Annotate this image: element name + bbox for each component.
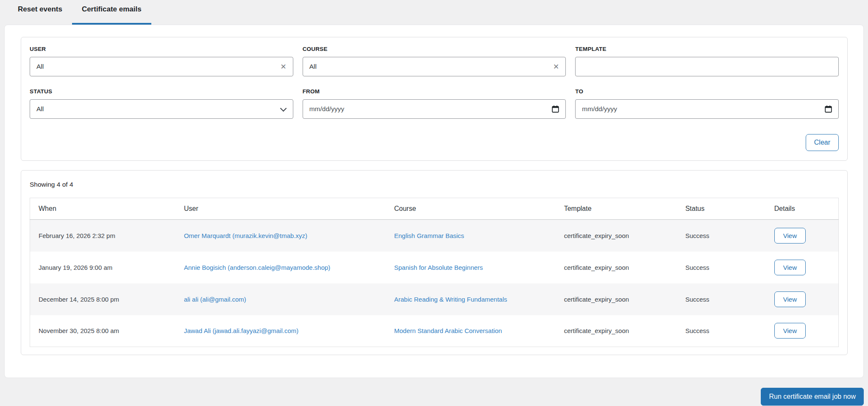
column-header-status: Status: [677, 198, 766, 220]
cell-when: February 16, 2026 2:32 pm: [30, 220, 175, 252]
cell-user: Jawad Ali (jawad.ali.fayyazi@gmail.com): [175, 315, 386, 347]
cell-template: certificate_expiry_soon: [556, 252, 677, 283]
results-summary: Showing 4 of 4: [30, 181, 839, 188]
cell-when: November 30, 2025 8:00 am: [30, 315, 175, 347]
cell-user: ali ali (ali@gmail.com): [175, 283, 386, 315]
filter-field-from: FROM mm/dd/yyyy: [303, 88, 566, 119]
filter-field-template: TEMPLATE: [575, 46, 839, 76]
user-link[interactable]: Annie Bogisich (anderson.caleig@mayamode…: [184, 264, 330, 271]
view-button[interactable]: View: [774, 260, 806, 275]
run-certificate-email-job-button[interactable]: Run certificate email job now: [761, 388, 864, 406]
column-header-course: Course: [386, 198, 556, 220]
cell-details: View: [766, 220, 839, 252]
cell-course: Modern Standard Arabic Conversation: [386, 315, 556, 347]
table-row: February 16, 2026 2:32 pmOmer Marquardt …: [30, 220, 839, 252]
calendar-icon[interactable]: [825, 105, 832, 113]
status-label: STATUS: [30, 88, 293, 95]
status-select[interactable]: All: [30, 99, 293, 119]
cell-course: Arabic Reading & Writing Fundamentals: [386, 283, 556, 315]
template-label: TEMPLATE: [575, 46, 839, 52]
cell-template: certificate_expiry_soon: [556, 315, 677, 347]
cell-when: December 14, 2025 8:00 pm: [30, 283, 175, 315]
view-button[interactable]: View: [774, 228, 806, 244]
results-panel: Showing 4 of 4 WhenUserCourseTemplateSta…: [21, 170, 848, 355]
column-header-template: Template: [556, 198, 677, 220]
table-row: January 19, 2026 9:00 amAnnie Bogisich (…: [30, 252, 839, 283]
cell-status: Success: [677, 283, 766, 315]
course-input[interactable]: All ✕: [303, 57, 566, 76]
user-input[interactable]: All ✕: [30, 57, 293, 76]
chevron-down-icon: [280, 105, 287, 112]
tab-certificate-emails[interactable]: Certificate emails: [72, 0, 151, 25]
course-label: COURSE: [303, 46, 566, 52]
column-header-details: Details: [766, 198, 839, 220]
filter-panel: USER All ✕ COURSE All ✕ TEMPLATE: [21, 37, 848, 161]
tab-reset-events[interactable]: Reset events: [8, 0, 72, 25]
cell-template: certificate_expiry_soon: [556, 283, 677, 315]
filter-field-course: COURSE All ✕: [303, 46, 566, 76]
status-value: All: [36, 105, 280, 113]
filter-field-user: USER All ✕: [30, 46, 293, 76]
cell-user: Omer Marquardt (murazik.kevin@tmab.xyz): [175, 220, 386, 252]
cell-details: View: [766, 252, 839, 283]
course-link[interactable]: Spanish for Absolute Beginners: [394, 264, 483, 271]
cell-course: Spanish for Absolute Beginners: [386, 252, 556, 283]
cell-details: View: [766, 283, 839, 315]
filter-field-status: STATUS All: [30, 88, 293, 119]
calendar-icon[interactable]: [552, 105, 559, 113]
column-header-user: User: [175, 198, 386, 220]
cell-status: Success: [677, 252, 766, 283]
cell-when: January 19, 2026 9:00 am: [30, 252, 175, 283]
column-header-when: When: [30, 198, 175, 220]
footer-actions: Run certificate email job now: [4, 388, 864, 406]
template-input[interactable]: [575, 57, 839, 76]
user-link[interactable]: ali ali (ali@gmail.com): [184, 296, 246, 303]
clear-button[interactable]: Clear: [806, 134, 839, 151]
results-table: WhenUserCourseTemplateStatusDetails Febr…: [30, 198, 839, 347]
user-link[interactable]: Jawad Ali (jawad.ali.fayyazi@gmail.com): [184, 327, 298, 334]
course-link[interactable]: Arabic Reading & Writing Fundamentals: [394, 296, 507, 303]
filter-grid: USER All ✕ COURSE All ✕ TEMPLATE: [30, 46, 839, 119]
user-label: USER: [30, 46, 293, 52]
course-value: All: [309, 63, 549, 70]
clear-row: Clear: [30, 134, 839, 151]
user-link[interactable]: Omer Marquardt (murazik.kevin@tmab.xyz): [184, 232, 307, 239]
cell-course: English Grammar Basics: [386, 220, 556, 252]
view-button[interactable]: View: [774, 323, 806, 339]
tab-bar: Reset events Certificate emails: [0, 0, 868, 25]
to-date-placeholder: mm/dd/yyyy: [582, 105, 825, 113]
filter-field-to: TO mm/dd/yyyy: [575, 88, 839, 119]
clear-user-icon[interactable]: ✕: [276, 63, 286, 70]
clear-course-icon[interactable]: ✕: [549, 63, 559, 70]
from-date-input[interactable]: mm/dd/yyyy: [303, 99, 566, 119]
to-date-input[interactable]: mm/dd/yyyy: [575, 99, 839, 119]
cell-user: Annie Bogisich (anderson.caleig@mayamode…: [175, 252, 386, 283]
table-row: November 30, 2025 8:00 amJawad Ali (jawa…: [30, 315, 839, 347]
view-button[interactable]: View: [774, 291, 806, 307]
course-link[interactable]: English Grammar Basics: [394, 232, 464, 239]
cell-status: Success: [677, 220, 766, 252]
main-card: USER All ✕ COURSE All ✕ TEMPLATE: [4, 25, 864, 378]
cell-details: View: [766, 315, 839, 347]
table-header-row: WhenUserCourseTemplateStatusDetails: [30, 198, 839, 220]
from-label: FROM: [303, 88, 566, 95]
to-label: TO: [575, 88, 839, 95]
table-row: December 14, 2025 8:00 pmali ali (ali@gm…: [30, 283, 839, 315]
course-link[interactable]: Modern Standard Arabic Conversation: [394, 327, 502, 334]
user-value: All: [36, 63, 276, 70]
cell-status: Success: [677, 315, 766, 347]
from-date-placeholder: mm/dd/yyyy: [309, 105, 552, 113]
cell-template: certificate_expiry_soon: [556, 220, 677, 252]
